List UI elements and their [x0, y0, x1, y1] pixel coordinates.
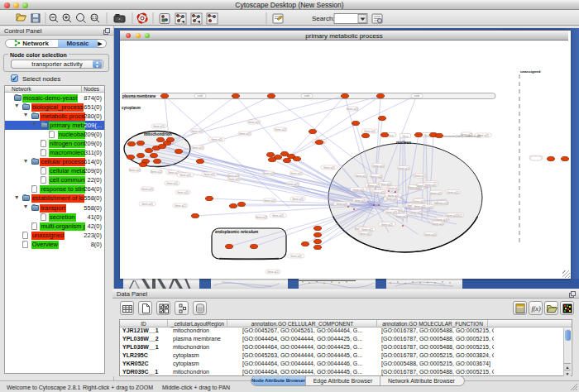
svg-text:Gene-a(2): Gene-a(2) — [287, 183, 299, 186]
svg-text:Gene-a(2): Gene-a(2) — [432, 222, 443, 226]
svg-text:Gene-a(2): Gene-a(2) — [336, 203, 347, 206]
svg-text:Gene-a(2): Gene-a(2) — [424, 184, 436, 187]
svg-text:Gene-a(2): Gene-a(2) — [179, 174, 191, 177]
svg-text:node: node — [304, 94, 309, 98]
svg-text:unassigned: unassigned — [520, 69, 541, 74]
svg-text:Gene-a(2): Gene-a(2) — [387, 194, 399, 198]
svg-text:Gene-a(2): Gene-a(2) — [177, 191, 189, 194]
svg-text:Gene-a(2): Gene-a(2) — [430, 192, 442, 195]
svg-text:Gene-a(2): Gene-a(2) — [264, 199, 275, 203]
svg-text:Gene-a(2): Gene-a(2) — [191, 130, 203, 133]
svg-text:Gene-a(2): Gene-a(2) — [141, 188, 153, 191]
svg-text:Gene-a(2): Gene-a(2) — [239, 132, 251, 136]
svg-text:Gene-a(2): Gene-a(2) — [166, 182, 178, 185]
svg-text:mitochondrion: mitochondrion — [144, 132, 172, 136]
svg-text:Gene-a(2): Gene-a(2) — [388, 187, 400, 190]
svg-text:annotation(label)-combined-a(2: annotation(label)-combined-a(2) — [443, 135, 481, 138]
svg-text:Gene-a(2): Gene-a(2) — [361, 228, 373, 232]
svg-text:Gene-a(2): Gene-a(2) — [263, 172, 275, 175]
svg-text:Gene-a(2): Gene-a(2) — [272, 214, 284, 218]
svg-text:1:1: 1:1 — [92, 16, 98, 20]
svg-text:Gene-a(2): Gene-a(2) — [290, 255, 302, 258]
svg-text:Gene-a(2): Gene-a(2) — [228, 178, 240, 181]
svg-text:Gene-a(2): Gene-a(2) — [275, 128, 286, 131]
svg-text:Gene-a(2): Gene-a(2) — [153, 125, 165, 128]
svg-text:Gene-a(2): Gene-a(2) — [359, 232, 371, 236]
svg-text:Search:: Search: — [312, 15, 335, 22]
svg-text:Gene-a(2): Gene-a(2) — [424, 233, 436, 237]
svg-text:Gene-a(2): Gene-a(2) — [129, 169, 141, 172]
svg-text:Gene-a(2): Gene-a(2) — [373, 191, 385, 194]
svg-text:Gene-a(2): Gene-a(2) — [447, 191, 458, 194]
svg-text:Gene-a(2): Gene-a(2) — [290, 172, 302, 175]
svg-text:Gene-a(2): Gene-a(2) — [203, 173, 215, 176]
svg-text:Gene-a(2): Gene-a(2) — [372, 165, 384, 168]
svg-text:plasma membrane: plasma membrane — [122, 94, 156, 98]
svg-text:Gn-a: Gn-a — [424, 134, 430, 137]
svg-text:Gene-a(2): Gene-a(2) — [347, 108, 358, 111]
svg-text:Gene-a(2): Gene-a(2) — [323, 166, 335, 170]
svg-text:Gene-a(2): Gene-a(2) — [386, 198, 398, 201]
svg-text:Gene-a(2): Gene-a(2) — [256, 216, 267, 219]
svg-text:Gene-a(2): Gene-a(2) — [175, 204, 186, 208]
svg-text:Gene-a(2): Gene-a(2) — [368, 184, 380, 188]
svg-text:Gene-a(2): Gene-a(2) — [414, 174, 426, 178]
svg-text:Gene-a(2): Gene-a(2) — [248, 121, 260, 124]
svg-text:f(x): f(x) — [531, 305, 540, 313]
svg-text:node: node — [197, 94, 203, 98]
svg-text:nucleus: nucleus — [396, 141, 411, 145]
svg-text:Gene-a(2): Gene-a(2) — [381, 223, 393, 227]
svg-text:Gene-a(2): Gene-a(2) — [151, 170, 162, 174]
svg-text:Gene-a(2): Gene-a(2) — [356, 174, 367, 178]
svg-text:Gene-a(2): Gene-a(2) — [396, 215, 408, 218]
svg-text:Gene-a(2): Gene-a(2) — [292, 198, 304, 201]
svg-text:Gene-a(2): Gene-a(2) — [414, 205, 425, 208]
svg-text:endoplasmic reticulum: endoplasmic reticulum — [215, 230, 258, 234]
svg-text:Gene-a(2): Gene-a(2) — [364, 130, 376, 133]
svg-text:Gene-a(2): Gene-a(2) — [371, 175, 382, 179]
svg-text:Gene-a(2): Gene-a(2) — [352, 189, 364, 192]
svg-text:Gene-a(2): Gene-a(2) — [410, 211, 422, 214]
svg-text:Gene-a(2): Gene-a(2) — [385, 211, 397, 214]
svg-text:Gene-a(2): Gene-a(2) — [192, 146, 203, 150]
svg-text:Gene-a(2): Gene-a(2) — [437, 202, 448, 205]
svg-text:Gene-a(2): Gene-a(2) — [211, 138, 223, 141]
svg-text:Gene-a(2): Gene-a(2) — [141, 203, 153, 206]
svg-text:Gene-a(2): Gene-a(2) — [398, 167, 409, 170]
svg-text:Gene-a(2): Gene-a(2) — [354, 199, 366, 203]
svg-text:Gn-a: Gn-a — [403, 135, 409, 138]
svg-text:Gene-a(2): Gene-a(2) — [267, 270, 279, 274]
svg-text:node: node — [414, 94, 419, 98]
svg-text:cytoplasm: cytoplasm — [122, 106, 141, 110]
